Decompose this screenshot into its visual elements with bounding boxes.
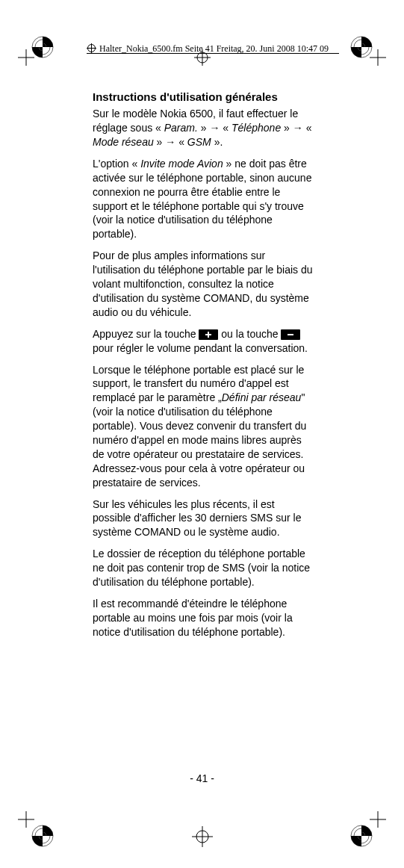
paragraph: L'option « Invite mode Avion » ne doit p… <box>93 157 314 241</box>
paragraph: Lorsque le téléphone portable est placé … <box>93 363 314 490</box>
registration-mark-icon <box>87 43 96 54</box>
color-target-icon <box>31 825 54 847</box>
minus-key-icon <box>281 329 300 340</box>
page-content: Instructions d'utilisation générales Sur… <box>93 90 314 647</box>
paragraph: Appuyez sur la touche ou la touche pour … <box>93 327 314 356</box>
paragraph: Sur les véhicules les plus récents, il e… <box>93 497 314 540</box>
color-target-icon <box>350 825 373 847</box>
crop-mark-icon <box>370 49 386 66</box>
paragraph: Sur le modèle Nokia 6500, il faut effect… <box>93 107 314 149</box>
registration-mark-icon <box>192 826 213 847</box>
page-number: - 41 - <box>0 772 404 784</box>
header-text: Halter_Nokia_6500.fm Seite 41 Freitag, 2… <box>99 43 329 54</box>
crop-mark-icon <box>18 49 34 66</box>
color-target-icon <box>31 36 54 58</box>
crop-mark-icon <box>370 811 386 828</box>
paragraph: Il est recommandé d'éteindre le téléphon… <box>93 597 314 639</box>
header-filename: Halter_Nokia_6500.fm Seite 41 Freitag, 2… <box>87 43 339 54</box>
crop-mark-icon <box>18 811 34 828</box>
paragraph: Le dossier de réception du téléphone por… <box>93 547 314 589</box>
paragraph: Pour de plus amples informations sur l'u… <box>93 249 314 319</box>
plus-key-icon <box>199 329 218 340</box>
section-heading: Instructions d'utilisation générales <box>93 90 314 105</box>
